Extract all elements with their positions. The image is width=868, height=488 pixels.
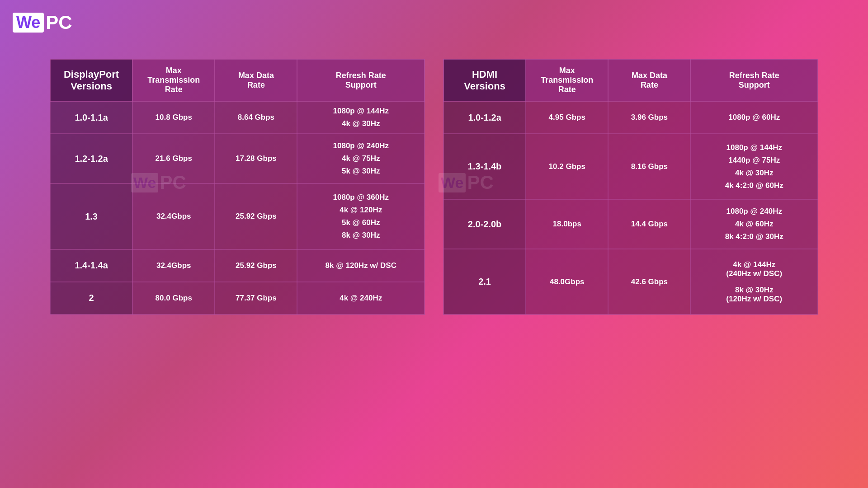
table-row: 2 80.0 Gbps 77.37 Gbps 4k @ 240Hz (50, 282, 425, 314)
dp-data-5: 77.37 Gbps (215, 282, 297, 314)
hdmi-data-3: 14.4 Gbps (608, 199, 690, 249)
dp-refresh-1: 1080p @ 144Hz 4k @ 30Hz (297, 101, 425, 134)
hdmi-header-version: HDMIVersions (443, 59, 526, 101)
hdmi-version-1: 1.0-1.2a (443, 101, 526, 134)
logo-pc: PC (46, 13, 72, 32)
dp-transmission-3: 32.4Gbps (132, 183, 215, 249)
hdmi-transmission-1: 4.95 Gbps (526, 101, 608, 134)
logo-we: We (13, 13, 44, 33)
displayport-table: DisplayPortVersions MaxTransmissionRate … (50, 59, 425, 315)
dp-refresh-2: 1080p @ 240Hz 4k @ 75Hz 5k @ 30Hz (297, 134, 425, 183)
dp-refresh-4: 8k @ 120Hz w/ DSC (297, 249, 425, 282)
hdmi-version-4: 2.1 (443, 249, 526, 314)
hdmi-header-refresh: Refresh RateSupport (690, 59, 818, 101)
hdmi-refresh-4: 4k @ 144Hz(240Hz w/ DSC) 8k @ 30Hz(120Hz… (690, 249, 818, 314)
dp-data-1: 8.64 Gbps (215, 101, 297, 134)
logo: We PC (13, 13, 72, 33)
hdmi-data-1: 3.96 Gbps (608, 101, 690, 134)
table-row: 1.3 32.4Gbps 25.92 Gbps 1080p @ 360Hz 4k… (50, 183, 425, 249)
table-row: 1.2-1.2a 21.6 Gbps 17.28 Gbps 1080p @ 24… (50, 134, 425, 183)
hdmi-version-2: 1.3-1.4b (443, 134, 526, 199)
dp-transmission-1: 10.8 Gbps (132, 101, 215, 134)
dp-version-4: 1.4-1.4a (50, 249, 132, 282)
dp-header-transmission: MaxTransmissionRate (132, 59, 215, 101)
dp-transmission-5: 80.0 Gbps (132, 282, 215, 314)
hdmi-refresh-3: 1080p @ 240Hz 4k @ 60Hz 8k 4:2:0 @ 30Hz (690, 199, 818, 249)
hdmi-version-3: 2.0-2.0b (443, 199, 526, 249)
table-row: 2.1 48.0Gbps 42.6 Gbps 4k @ 144Hz(240Hz … (443, 249, 818, 314)
table-row: 1.0-1.1a 10.8 Gbps 8.64 Gbps 1080p @ 144… (50, 101, 425, 134)
hdmi-data-4: 42.6 Gbps (608, 249, 690, 314)
tables-container: DisplayPortVersions MaxTransmissionRate … (50, 59, 818, 315)
hdmi-transmission-2: 10.2 Gbps (526, 134, 608, 199)
hdmi-data-2: 8.16 Gbps (608, 134, 690, 199)
hdmi-header-transmission: MaxTransmissionRate (526, 59, 608, 101)
dp-refresh-3: 1080p @ 360Hz 4k @ 120Hz 5k @ 60Hz 8k @ … (297, 183, 425, 249)
hdmi-refresh-1: 1080p @ 60Hz (690, 101, 818, 134)
hdmi-header-data: Max DataRate (608, 59, 690, 101)
dp-version-1: 1.0-1.1a (50, 101, 132, 134)
table-row: 2.0-2.0b 18.0bps 14.4 Gbps 1080p @ 240Hz… (443, 199, 818, 249)
dp-transmission-4: 32.4Gbps (132, 249, 215, 282)
dp-transmission-2: 21.6 Gbps (132, 134, 215, 183)
hdmi-transmission-3: 18.0bps (526, 199, 608, 249)
dp-header-version: DisplayPortVersions (50, 59, 132, 101)
table-row: 1.0-1.2a 4.95 Gbps 3.96 Gbps 1080p @ 60H… (443, 101, 818, 134)
dp-version-3: 1.3 (50, 183, 132, 249)
hdmi-refresh-2: 1080p @ 144Hz 1440p @ 75Hz 4k @ 30Hz 4k … (690, 134, 818, 199)
dp-header-refresh: Refresh RateSupport (297, 59, 425, 101)
dp-data-4: 25.92 Gbps (215, 249, 297, 282)
table-row: 1.4-1.4a 32.4Gbps 25.92 Gbps 8k @ 120Hz … (50, 249, 425, 282)
hdmi-transmission-4: 48.0Gbps (526, 249, 608, 314)
dp-header-data: Max DataRate (215, 59, 297, 101)
dp-data-3: 25.92 Gbps (215, 183, 297, 249)
table-row: 1.3-1.4b 10.2 Gbps 8.16 Gbps 1080p @ 144… (443, 134, 818, 199)
dp-data-2: 17.28 Gbps (215, 134, 297, 183)
dp-refresh-5: 4k @ 240Hz (297, 282, 425, 314)
dp-version-2: 1.2-1.2a (50, 134, 132, 183)
hdmi-table: HDMIVersions MaxTransmissionRate Max Dat… (443, 59, 818, 315)
dp-version-5: 2 (50, 282, 132, 314)
